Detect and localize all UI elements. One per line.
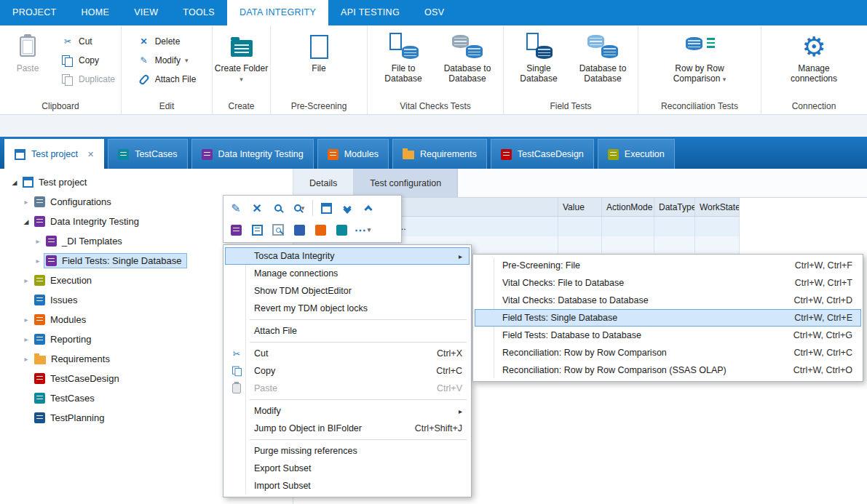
indigo-box-icon[interactable] bbox=[290, 220, 309, 239]
tab-execution[interactable]: Execution bbox=[598, 139, 675, 169]
expander-icon[interactable]: ▸ bbox=[20, 355, 32, 363]
ribbon-group-vital-checks: File to Database Database to Database Vi… bbox=[368, 25, 504, 114]
expander-icon[interactable]: ▸ bbox=[20, 276, 32, 284]
menu-item-revert-tdm-object-locks[interactable]: Revert my TDM object locks bbox=[225, 300, 470, 317]
single-database-button[interactable]: Single Database bbox=[507, 28, 571, 84]
modify-button[interactable]: ✎ Modify ▾ bbox=[132, 51, 202, 70]
group-label-clipboard: Clipboard bbox=[0, 99, 121, 114]
menu-item-attach-file[interactable]: Attach File bbox=[225, 322, 470, 340]
column-header-workstate[interactable]: WorkState bbox=[695, 198, 740, 216]
copy-button[interactable]: Copy bbox=[55, 51, 121, 70]
group-label-reconciliation: Reconciliation Tests bbox=[638, 99, 761, 114]
pencil-icon: ✎ bbox=[138, 55, 151, 65]
paste-button[interactable]: Paste bbox=[0, 28, 55, 73]
expander-icon[interactable]: ▸ bbox=[32, 237, 44, 245]
menu-api-testing[interactable]: API TESTING bbox=[328, 0, 412, 25]
tab-testcasedesign[interactable]: TestCaseDesign bbox=[491, 139, 594, 169]
tab-testcases[interactable]: TestCases bbox=[108, 139, 187, 169]
submenu-item-reconciliation-row-by-row-ssas-olap[interactable]: Reconciliation: Row by Row Comparison (S… bbox=[475, 361, 861, 379]
gear-icon: ⚙ bbox=[801, 33, 826, 60]
tab-modules[interactable]: Modules bbox=[317, 139, 389, 169]
expander-icon[interactable]: ◢ bbox=[9, 179, 20, 186]
submenu-item-vital-checks-file-to-database[interactable]: Vital Checks: File to Database Ctrl+W, C… bbox=[475, 274, 861, 292]
menu-project[interactable]: PROJECT bbox=[0, 0, 68, 25]
tab-requirements[interactable]: Requirements bbox=[392, 139, 487, 169]
list-view-icon[interactable] bbox=[248, 220, 266, 239]
teal-box-icon[interactable] bbox=[332, 220, 351, 239]
file-to-database-button[interactable]: File to Database bbox=[371, 28, 435, 84]
database-to-database-button[interactable]: Database to Database bbox=[435, 28, 499, 84]
project-icon bbox=[15, 149, 25, 160]
menu-item-jump-to-object-in-bifolder[interactable]: Jump to Object in BIFolder Ctrl+Shift+J bbox=[225, 420, 470, 437]
menu-item-cut[interactable]: ✂ Cut Ctrl+X bbox=[225, 345, 470, 362]
toolbar-separator bbox=[312, 200, 313, 216]
attach-file-button[interactable]: Attach File bbox=[132, 70, 202, 89]
submenu-arrow-icon: ▸ bbox=[459, 407, 462, 415]
duplicate-button[interactable]: Duplicate bbox=[55, 70, 121, 89]
database-to-database-icon bbox=[452, 33, 483, 60]
caret-down-icon: ▾ bbox=[185, 57, 189, 64]
search-options-icon[interactable]: ▾ bbox=[290, 199, 309, 217]
menu-item-import-subset[interactable]: Import Subset bbox=[225, 477, 470, 495]
execution-icon bbox=[608, 149, 619, 160]
collapse-all-icon[interactable] bbox=[359, 199, 378, 217]
menu-data-integrity[interactable]: DATA INTEGRITY bbox=[227, 0, 328, 25]
delete-button[interactable]: ✕ Delete bbox=[132, 32, 202, 51]
menubar: PROJECT HOME VIEW TOOLS DATA INTEGRITY A… bbox=[0, 0, 867, 25]
tree-item-test-project[interactable]: ◢ Test project bbox=[0, 172, 293, 192]
menu-home[interactable]: HOME bbox=[68, 0, 122, 25]
column-header-datatype[interactable]: DataType bbox=[654, 198, 695, 216]
tab-test-configuration[interactable]: Test configuration bbox=[354, 169, 458, 197]
column-header-actionmode[interactable]: ActionMode bbox=[602, 198, 654, 216]
scissors-icon: ✂ bbox=[61, 36, 74, 47]
tab-test-project[interactable]: Test project ✕ bbox=[4, 139, 104, 169]
cut-button[interactable]: ✂ Cut bbox=[55, 32, 121, 51]
search-icon[interactable] bbox=[269, 199, 288, 217]
close-icon[interactable]: ✕ bbox=[87, 150, 94, 159]
menu-item-manage-connections[interactable]: Manage connections bbox=[225, 265, 470, 282]
expander-icon[interactable]: ▸ bbox=[20, 335, 32, 343]
paperclip-icon bbox=[138, 74, 151, 85]
tab-details[interactable]: Details bbox=[293, 169, 354, 197]
pre-screening-file-button[interactable]: File bbox=[287, 28, 351, 73]
menu-item-show-tdm-objecteditor[interactable]: Show TDM ObjectEditor bbox=[225, 282, 470, 300]
expand-all-icon[interactable] bbox=[338, 199, 357, 217]
menu-view[interactable]: VIEW bbox=[122, 0, 170, 25]
group-label-pre-screening: Pre-Screening bbox=[271, 99, 367, 114]
expander-icon[interactable]: ▸ bbox=[32, 257, 44, 265]
row-by-row-comparison-button[interactable]: Row by Row Comparison ▾ bbox=[668, 28, 732, 84]
delete-x-icon[interactable]: ✕ bbox=[248, 199, 266, 217]
more-options-icon[interactable]: ⋯▾ bbox=[353, 220, 372, 239]
submenu-item-reconciliation-row-by-row[interactable]: Reconciliation: Row by Row Comparison Ct… bbox=[475, 344, 861, 361]
menu-tools[interactable]: TOOLS bbox=[170, 0, 227, 25]
tab-data-integrity-testing[interactable]: Data Integrity Testing bbox=[191, 139, 314, 169]
menu-item-copy[interactable]: Copy Ctrl+C bbox=[225, 362, 470, 380]
column-header-value[interactable]: Value bbox=[558, 198, 602, 216]
expander-icon[interactable]: ▸ bbox=[20, 316, 32, 324]
rename-icon[interactable]: ✎ bbox=[226, 199, 245, 217]
menu-item-modify[interactable]: Modify ▸ bbox=[225, 402, 470, 420]
submenu-item-pre-screening-file[interactable]: Pre-Screening: File Ctrl+W, Ctrl+F bbox=[475, 257, 861, 274]
ribbon-group-reconciliation: Row by Row Comparison ▾ Reconciliation T… bbox=[638, 25, 761, 114]
manage-connections-button[interactable]: ⚙ Manage connections bbox=[782, 28, 846, 84]
create-folder-button[interactable]: Create Folder ▾ bbox=[213, 28, 270, 84]
menu-item-paste[interactable]: Paste Ctrl+V bbox=[225, 380, 470, 397]
submenu-item-vital-checks-database-to-database[interactable]: Vital Checks: Database to Database Ctrl+… bbox=[475, 292, 861, 309]
menu-item-tosca-data-integrity[interactable]: Tosca Data Integrity ▸ bbox=[225, 247, 470, 265]
search-folder-icon[interactable] bbox=[269, 220, 288, 239]
menu-osv[interactable]: OSV bbox=[412, 0, 456, 25]
menu-item-export-subset[interactable]: Export Subset bbox=[225, 460, 470, 477]
expander-icon[interactable]: ▸ bbox=[20, 198, 32, 206]
menu-item-purge-missing-references[interactable]: Purge missing references bbox=[225, 442, 470, 460]
di-element-icon[interactable] bbox=[226, 220, 245, 239]
orange-box-icon[interactable] bbox=[311, 220, 330, 239]
expander-icon[interactable]: ◢ bbox=[20, 218, 32, 225]
table-view-icon[interactable] bbox=[317, 199, 336, 217]
menu-separator bbox=[250, 342, 467, 343]
submenu-item-field-tests-single-database[interactable]: Field Tests: Single Database Ctrl+W, Ctr… bbox=[475, 309, 861, 327]
field-database-to-database-button[interactable]: Database to Database bbox=[571, 28, 635, 84]
testplanning-icon bbox=[34, 412, 45, 423]
submenu-item-field-tests-database-to-database[interactable]: Field Tests: Database to Database Ctrl+W… bbox=[475, 327, 861, 344]
copy-icon bbox=[230, 366, 243, 377]
field-tests-icon bbox=[46, 255, 57, 266]
